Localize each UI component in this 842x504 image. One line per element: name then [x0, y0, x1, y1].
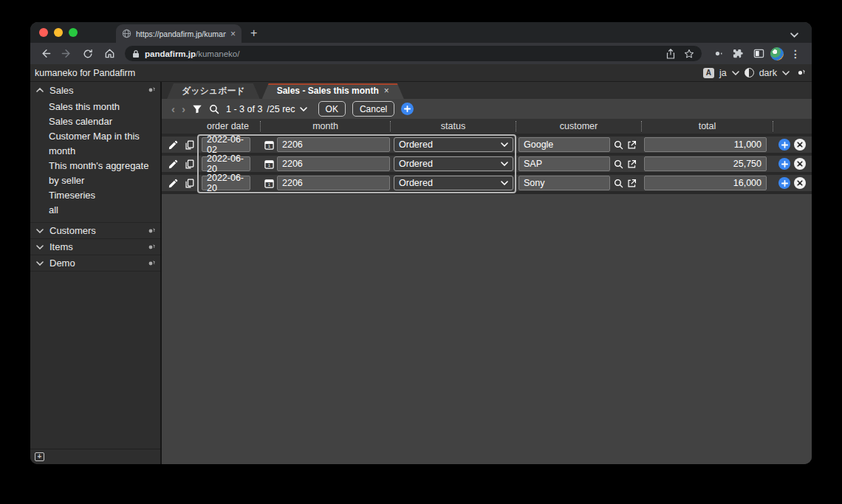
minimize-window-button[interactable] [54, 28, 63, 37]
language-select[interactable]: ja [719, 68, 727, 78]
lookup-search-icon[interactable] [614, 140, 623, 150]
svg-text:1: 1 [268, 163, 271, 168]
lookup-search-icon[interactable] [614, 159, 623, 169]
status-select[interactable]: Ordered [394, 156, 513, 171]
app-header-controls: A ja dark [703, 67, 806, 78]
add-space-icon[interactable]: + [35, 452, 44, 461]
calendar-icon[interactable]: 1 [264, 140, 274, 150]
edit-pencil-icon[interactable] [168, 140, 178, 150]
extensions-puzzle-icon[interactable] [729, 45, 747, 63]
sidebar-section-items[interactable]: Items [30, 238, 160, 255]
duplicate-copy-icon[interactable] [185, 179, 194, 188]
tab-close-icon[interactable]: × [230, 30, 236, 38]
sidebar-item-sales-calendar[interactable]: Sales calendar [49, 114, 154, 129]
insert-row-button[interactable] [778, 177, 790, 189]
insert-row-button[interactable] [778, 158, 790, 170]
back-icon[interactable] [36, 45, 54, 63]
month-input[interactable]: 2206 [277, 176, 390, 190]
order-date-input[interactable]: 2022-06-20 [202, 176, 250, 190]
close-window-button[interactable] [39, 28, 48, 37]
customer-input[interactable]: SAP [518, 156, 610, 171]
delete-row-button[interactable] [794, 139, 806, 151]
month-input[interactable]: 2206 [277, 137, 390, 152]
tab-dashboard[interactable]: ダッシュボード [167, 83, 260, 99]
status-select[interactable]: Ordered [394, 137, 513, 152]
delete-row-button[interactable] [794, 177, 806, 189]
traffic-lights [30, 22, 88, 43]
browser-tab[interactable]: https://pandafirm.jp/kumaneko × [116, 24, 242, 43]
share-icon[interactable] [664, 47, 677, 61]
next-page-icon[interactable]: › [182, 103, 185, 114]
gear-icon[interactable] [146, 226, 156, 236]
forward-icon[interactable] [58, 45, 75, 63]
delete-row-button[interactable] [794, 158, 806, 170]
side-panel-icon[interactable] [750, 45, 767, 63]
profile-avatar[interactable] [770, 47, 784, 61]
gear-icon[interactable] [146, 258, 156, 269]
chevron-down-icon[interactable] [782, 71, 790, 75]
app-settings-gear-icon[interactable] [795, 67, 806, 78]
external-link-icon[interactable] [627, 179, 637, 188]
sidebar-section-sales[interactable]: Sales [30, 82, 160, 98]
order-date-input[interactable]: 2022-06-20 [202, 156, 250, 171]
tab-sales-this-month[interactable]: Sales - Sales this month × [262, 83, 404, 99]
zoom-window-button[interactable] [69, 28, 78, 37]
url-bar[interactable]: pandafirm.jp/kumaneko/ [125, 46, 702, 61]
customer-input[interactable]: Sony [518, 176, 610, 190]
tab-label: ダッシュボード [182, 86, 245, 96]
svg-text:1: 1 [268, 182, 271, 187]
order-date-input[interactable]: 2022-06-02 [202, 137, 250, 152]
total-input[interactable]: 25,750 [644, 156, 767, 171]
gear-icon[interactable] [146, 85, 156, 95]
ok-button[interactable]: OK [318, 101, 346, 117]
record-count-dropdown[interactable]: 1 - 3 of 3 /25 rec [226, 104, 307, 114]
reload-icon[interactable] [79, 45, 97, 63]
insert-row-button[interactable] [778, 139, 790, 151]
new-tab-button[interactable]: + [250, 27, 257, 40]
external-link-icon[interactable] [627, 140, 637, 150]
plus-icon [404, 106, 411, 112]
tab-close-icon[interactable]: × [384, 83, 389, 99]
sidebar-item-timeseries[interactable]: Timeseries [49, 188, 154, 203]
month-input[interactable]: 2206 [277, 156, 390, 171]
sidebar-item-aggregate-by-seller[interactable]: This month's aggregate by seller [49, 159, 154, 188]
chevron-down-icon [300, 107, 307, 111]
duplicate-copy-icon[interactable] [185, 140, 194, 150]
settings-gear-icon[interactable] [708, 45, 726, 63]
edit-pencil-icon[interactable] [168, 179, 178, 188]
bookmark-star-icon[interactable] [682, 47, 696, 61]
column-header-customer: customer [516, 121, 642, 131]
calendar-icon[interactable]: 1 [264, 179, 274, 188]
calendar-icon[interactable]: 1 [264, 159, 274, 169]
home-icon[interactable] [100, 45, 118, 63]
total-input[interactable]: 11,000 [644, 137, 767, 152]
add-record-button[interactable] [401, 103, 414, 115]
cancel-button[interactable]: Cancel [352, 101, 394, 117]
external-link-icon[interactable] [627, 159, 637, 169]
favicon-globe-icon [122, 29, 131, 38]
sidebar-item-sales-this-month[interactable]: Sales this month [49, 100, 154, 114]
sidebar-section-customers[interactable]: Customers [30, 222, 160, 238]
chevron-down-icon [501, 181, 508, 185]
status-select[interactable]: Ordered [394, 176, 513, 190]
column-header-month: month [261, 121, 391, 131]
data-grid: order date month status customer total [162, 119, 812, 194]
chevron-down-icon[interactable] [732, 71, 739, 75]
lookup-search-icon[interactable] [614, 179, 623, 188]
duplicate-copy-icon[interactable] [185, 159, 194, 169]
sidebar-item-customer-map[interactable]: Customer Map in this month [49, 129, 154, 159]
sidebar-section-demo[interactable]: Demo [30, 255, 160, 271]
theme-select[interactable]: dark [759, 68, 777, 78]
sidebar-item-all[interactable]: all [49, 203, 154, 218]
tab-search-chevron-icon[interactable] [790, 32, 798, 38]
total-input[interactable]: 16,000 [644, 176, 767, 190]
gear-icon[interactable] [146, 242, 156, 252]
kebab-menu-icon[interactable]: ⋮ [787, 45, 804, 63]
prev-page-icon[interactable]: ‹ [171, 103, 175, 114]
customer-input[interactable]: Google [518, 137, 610, 152]
status-value: Ordered [399, 178, 433, 188]
url-text: pandafirm.jp/kumaneko/ [145, 49, 659, 58]
edit-pencil-icon[interactable] [168, 159, 178, 169]
filter-funnel-icon[interactable] [192, 104, 202, 114]
search-icon[interactable] [209, 104, 219, 114]
